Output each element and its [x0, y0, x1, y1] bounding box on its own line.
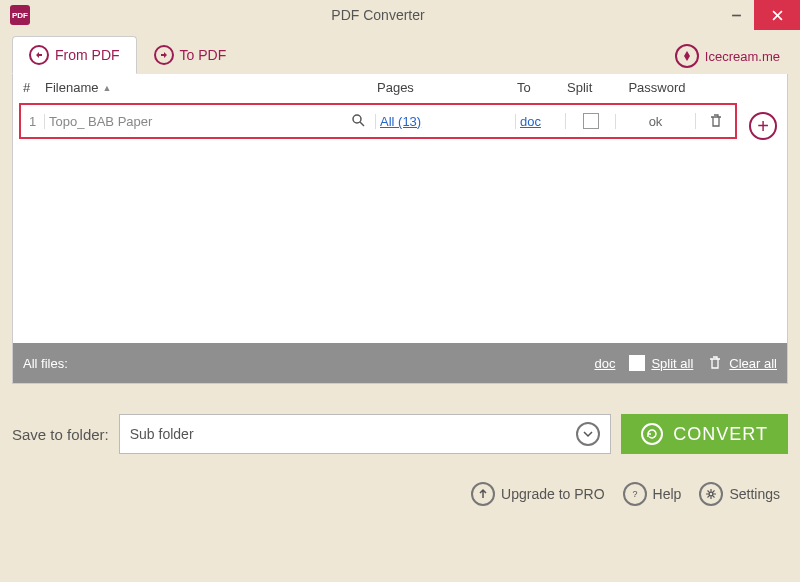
sort-asc-icon: ▲ — [102, 83, 111, 93]
svg-point-3 — [353, 115, 361, 123]
icecream-icon — [675, 44, 699, 68]
svg-point-6 — [709, 492, 713, 496]
col-split[interactable]: Split — [567, 80, 617, 95]
save-folder-value: Sub folder — [130, 426, 194, 442]
save-row: Save to folder: Sub folder CONVERT — [12, 414, 788, 454]
col-pages[interactable]: Pages — [377, 80, 517, 95]
app-icon: PDF — [10, 5, 30, 25]
from-pdf-icon — [29, 45, 49, 65]
convert-label: CONVERT — [673, 424, 768, 445]
row-to[interactable]: doc — [515, 114, 565, 129]
col-password[interactable]: Password — [617, 80, 697, 95]
window-title: PDF Converter — [38, 7, 718, 23]
footer-all-to[interactable]: doc — [594, 356, 615, 371]
row-filename: Topo_ BAB Paper — [45, 113, 375, 130]
close-button[interactable] — [754, 0, 800, 30]
gear-icon — [699, 482, 723, 506]
convert-button[interactable]: CONVERT — [621, 414, 788, 454]
row-split[interactable] — [565, 113, 615, 129]
footer-clear-all[interactable]: Clear all — [707, 355, 777, 371]
convert-icon — [641, 423, 663, 445]
upgrade-button[interactable]: Upgrade to PRO — [471, 482, 605, 506]
tab-label: To PDF — [180, 47, 227, 63]
row-delete[interactable] — [695, 113, 735, 129]
brand-link-label: Icecream.me — [705, 49, 780, 64]
add-file-button[interactable]: + — [749, 112, 777, 140]
tab-label: From PDF — [55, 47, 120, 63]
tab-from-pdf[interactable]: From PDF — [12, 36, 137, 74]
footer-all-files-label: All files: — [23, 356, 580, 371]
settings-button[interactable]: Settings — [699, 482, 780, 506]
bottom-actions: Upgrade to PRO ? Help Settings — [0, 482, 780, 506]
col-to[interactable]: To — [517, 80, 567, 95]
save-label: Save to folder: — [12, 426, 109, 443]
trash-icon — [707, 355, 723, 371]
panel-footer: All files: doc Split all Clear all — [13, 343, 787, 383]
trash-icon — [708, 113, 724, 129]
footer-split-all[interactable]: Split all — [629, 355, 693, 371]
brand-link[interactable]: Icecream.me — [667, 38, 788, 74]
row-number: 1 — [21, 114, 45, 129]
table-row[interactable]: 1 Topo_ BAB Paper All (13) doc ok — [19, 103, 737, 139]
row-pages[interactable]: All (13) — [375, 114, 515, 129]
minimize-button[interactable] — [718, 0, 754, 30]
help-icon: ? — [623, 482, 647, 506]
tab-row: From PDF To PDF Icecream.me — [0, 30, 800, 74]
split-checkbox[interactable] — [583, 113, 599, 129]
column-headers: # Filename ▲ Pages To Split Password — [13, 74, 787, 101]
preview-icon[interactable] — [351, 113, 365, 130]
title-bar: PDF PDF Converter — [0, 0, 800, 30]
col-num[interactable]: # — [19, 80, 45, 95]
arrow-up-icon — [471, 482, 495, 506]
svg-text:?: ? — [632, 489, 637, 499]
row-password[interactable]: ok — [615, 114, 695, 129]
col-filename[interactable]: Filename ▲ — [45, 80, 377, 95]
save-folder-select[interactable]: Sub folder — [119, 414, 612, 454]
svg-line-4 — [360, 122, 364, 126]
file-panel: # Filename ▲ Pages To Split Password 1 T… — [12, 74, 788, 384]
help-button[interactable]: ? Help — [623, 482, 682, 506]
tab-to-pdf[interactable]: To PDF — [137, 36, 244, 74]
to-pdf-icon — [154, 45, 174, 65]
chevron-down-icon — [576, 422, 600, 446]
split-all-checkbox[interactable] — [629, 355, 645, 371]
